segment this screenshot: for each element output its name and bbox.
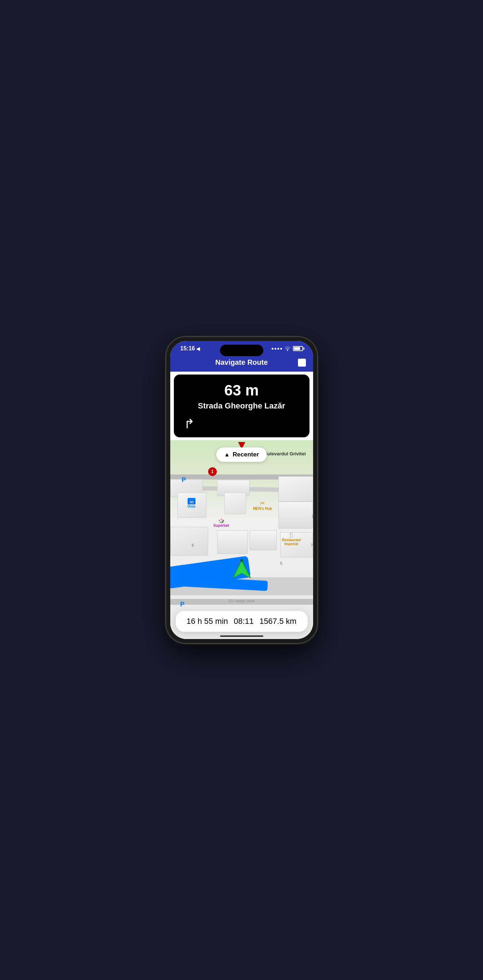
recenter-arrow-icon: ▲ [224,452,230,458]
building-3 [170,527,208,556]
route-badge: 1 [208,467,217,476]
battery-icon [293,346,303,351]
trip-duration: 16 h 55 min [186,617,228,626]
building-5 [224,493,246,514]
map-label-6: 6 [192,543,194,547]
bus-icon: 🚌 [187,498,195,504]
navigation-arrow [231,558,253,581]
route-badge-label: 1 [208,467,217,476]
wifi-icon [284,346,291,351]
restaurant-icon: 🍴 [288,532,294,538]
trip-distance: 1567.5 km [259,617,297,626]
home-indicator [220,635,263,637]
phone-frame: 15:16 ◀ [166,337,318,643]
nav-header: Navigate Route [170,355,313,372]
recenter-button[interactable]: ▲ Recenter [216,447,267,462]
stop-button[interactable] [298,359,306,367]
svg-point-2 [240,559,243,562]
poi-mens-hub: ✂ MEN's Hub [253,500,272,511]
poi-restaurant-label: RestaurantImperial [282,538,301,546]
phone-screen: 15:16 ◀ [170,341,313,639]
arrival-time: 08:11 [234,617,254,626]
dynamic-island [220,345,263,356]
direction-street: Strada Gheorghe Lazăr [181,401,302,410]
poi-onix: 🚌 Onix [187,498,195,508]
building-6 [217,530,248,554]
building-8 [278,476,313,501]
status-time: 15:16 ◀ [180,345,200,352]
battery-fill [294,347,300,350]
poi-superbet-label: Superbet [213,523,229,528]
map-label-7: 7 [311,543,313,547]
parking-label-1: P [182,476,186,484]
page-title: Navigate Route [186,358,298,367]
direction-card: 63 m Strada Gheorghe Lazăr ↰ [174,374,310,438]
superbet-icon: 🎲 [218,518,224,523]
parking-label-2: P [180,601,185,608]
signal-icon [272,348,282,350]
turn-left-arrow-icon: ↰ [184,417,195,431]
map-area[interactable]: Bulevardul Grivitei 1 P P 🚌 Onix [170,440,313,639]
street-name-label: Bulevardul Grivitei [264,451,306,457]
map-label-5: 5 [280,561,283,565]
watermark: QU magic lane [228,598,255,603]
poi-mens-hub-label: MEN's Hub [253,507,272,511]
direction-distance: 63 m [181,382,302,399]
bottom-info-bar: 16 h 55 min 08:11 1567.5 km [176,611,308,632]
building-7 [249,530,276,550]
building-9 [278,501,313,528]
poi-superbet: 🎲 Superbet [213,518,229,528]
status-right-icons [272,346,303,351]
map-label-9: 9 [312,514,313,519]
nav-arrow-svg [231,558,253,580]
poi-onix-label: Onix [187,504,195,508]
location-arrow-icon: ◀ [196,346,200,352]
recenter-label: Recenter [233,451,259,458]
poi-restaurant-imperial: 🍴 RestaurantImperial [282,532,301,546]
time-display: 15:16 [180,345,195,352]
mens-hub-icon: ✂ [260,500,265,507]
